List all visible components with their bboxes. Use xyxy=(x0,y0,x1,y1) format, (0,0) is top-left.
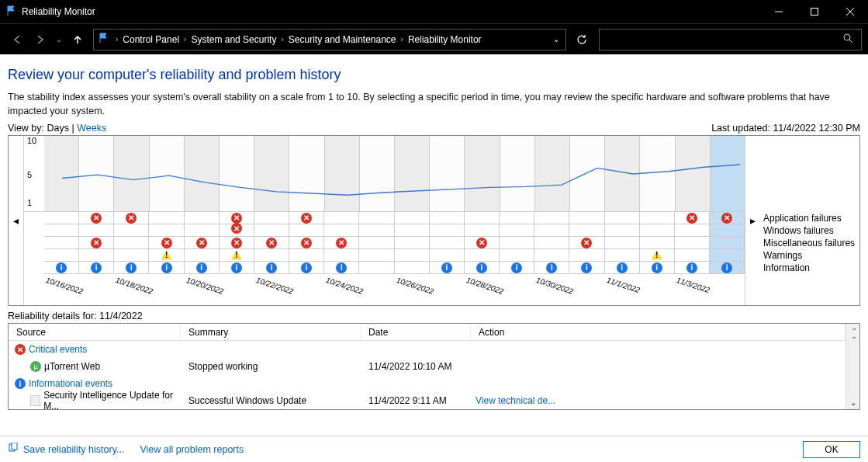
close-button[interactable] xyxy=(832,0,868,23)
titlebar: Reliability Monitor xyxy=(0,0,868,23)
reliability-flag-icon xyxy=(6,5,17,19)
app-icon: µ xyxy=(30,361,41,372)
stability-index-graph[interactable]: 10 5 1 xyxy=(24,136,745,212)
svg-point-4 xyxy=(844,34,850,40)
group-critical-events[interactable]: ✕ Critical events xyxy=(9,341,846,358)
table-row[interactable]: Security Intelligence Update for M... Su… xyxy=(9,392,846,409)
page-title: Review your computer's reliability and p… xyxy=(8,67,860,83)
copy-icon xyxy=(8,443,19,456)
details-scrollbar[interactable]: ⌃ ⌃ ⌄ xyxy=(846,324,859,409)
address-bar[interactable]: › Control Panel › System and Security › … xyxy=(93,29,566,50)
view-by-row: View by: Days | Weeks Last updated: 11/4… xyxy=(8,123,860,134)
page-description: The stability index assesses your system… xyxy=(8,91,860,118)
y-tick: 10 xyxy=(27,136,36,145)
view-by-days[interactable]: Days xyxy=(47,123,69,134)
legend-information: Information xyxy=(763,262,859,274)
breadcrumb[interactable]: Security and Maintenance xyxy=(285,34,399,45)
up-button[interactable] xyxy=(67,29,88,50)
address-dropdown[interactable]: ⌄ xyxy=(547,35,565,43)
details-panel: Source Summary Date Action ✕ Critical ev… xyxy=(8,323,860,410)
minimize-button[interactable] xyxy=(761,0,797,23)
legend-warnings: Warnings xyxy=(763,249,859,262)
search-input[interactable] xyxy=(599,29,862,50)
col-date[interactable]: Date xyxy=(361,324,471,340)
ok-button[interactable]: OK xyxy=(803,441,860,458)
details-header: Source Summary Date Action xyxy=(9,324,846,341)
svg-rect-7 xyxy=(12,443,17,450)
y-tick: 5 xyxy=(27,170,32,179)
error-icon: ✕ xyxy=(15,344,26,355)
chevron-right-icon[interactable]: › xyxy=(399,35,405,43)
content-area: Review your computer's reliability and p… xyxy=(0,54,868,436)
view-by-label: View by: xyxy=(8,123,44,134)
recent-button[interactable]: ⌄ xyxy=(53,29,65,50)
reliability-chart: ◂ 10 5 1 ✕✕✕✕✕✕✕✕✕✕✕✕✕✕✕✕!!!iiiiiiiiiiii… xyxy=(8,135,860,306)
navbar: ⌄ › Control Panel › System and Security … xyxy=(0,23,868,54)
refresh-button[interactable] xyxy=(571,29,593,50)
details-label: Reliability details for: 11/4/2022 xyxy=(8,309,860,323)
view-technical-details-link[interactable]: View technical de... xyxy=(471,395,846,406)
breadcrumb[interactable]: Reliability Monitor xyxy=(405,34,485,45)
legend: Application failures Windows failures Mi… xyxy=(760,136,859,305)
svg-line-5 xyxy=(849,40,852,43)
legend-win-failures: Windows failures xyxy=(763,224,859,237)
maximize-button[interactable] xyxy=(797,0,832,23)
view-all-problem-reports-link[interactable]: View all problem reports xyxy=(140,444,244,455)
scroll-down-icon[interactable]: ⌄ xyxy=(846,395,859,409)
window-title: Reliability Monitor xyxy=(22,6,761,17)
info-icon: i xyxy=(15,378,26,389)
col-source[interactable]: Source xyxy=(9,324,181,340)
footer: Save reliability history... View all pro… xyxy=(0,436,868,462)
collapse-icon[interactable]: ⌃ xyxy=(846,332,859,346)
events-grid[interactable]: ✕✕✕✕✕✕✕✕✕✕✕✕✕✕✕✕!!!iiiiiiiiiiiiiiiiii 10… xyxy=(24,212,745,283)
col-action[interactable]: Action xyxy=(471,324,846,340)
chart-scroll-right[interactable]: ▸ xyxy=(745,136,760,305)
address-flag-icon xyxy=(99,33,109,46)
table-row[interactable]: µµTorrent Web Stopped working 11/4/2022 … xyxy=(9,358,846,375)
search-icon xyxy=(842,33,853,46)
breadcrumb[interactable]: System and Security xyxy=(188,34,279,45)
legend-misc-failures: Miscellaneous failures xyxy=(763,237,859,249)
chevron-right-icon[interactable]: › xyxy=(182,35,188,43)
breadcrumb[interactable]: Control Panel xyxy=(119,34,182,45)
save-reliability-history-link[interactable]: Save reliability history... xyxy=(23,444,124,455)
forward-button[interactable] xyxy=(29,29,51,50)
update-icon xyxy=(30,395,40,406)
chevron-right-icon[interactable]: › xyxy=(114,35,119,43)
svg-rect-1 xyxy=(811,9,818,16)
view-by-weeks-link[interactable]: Weeks xyxy=(77,123,106,134)
y-tick: 1 xyxy=(27,198,32,207)
chart-scroll-left[interactable]: ◂ xyxy=(9,136,24,305)
back-button[interactable] xyxy=(6,29,28,50)
legend-app-failures: Application failures xyxy=(763,212,859,224)
last-updated: Last updated: 11/4/2022 12:30 PM xyxy=(711,123,860,134)
chevron-right-icon[interactable]: › xyxy=(279,35,285,43)
col-summary[interactable]: Summary xyxy=(181,324,361,340)
